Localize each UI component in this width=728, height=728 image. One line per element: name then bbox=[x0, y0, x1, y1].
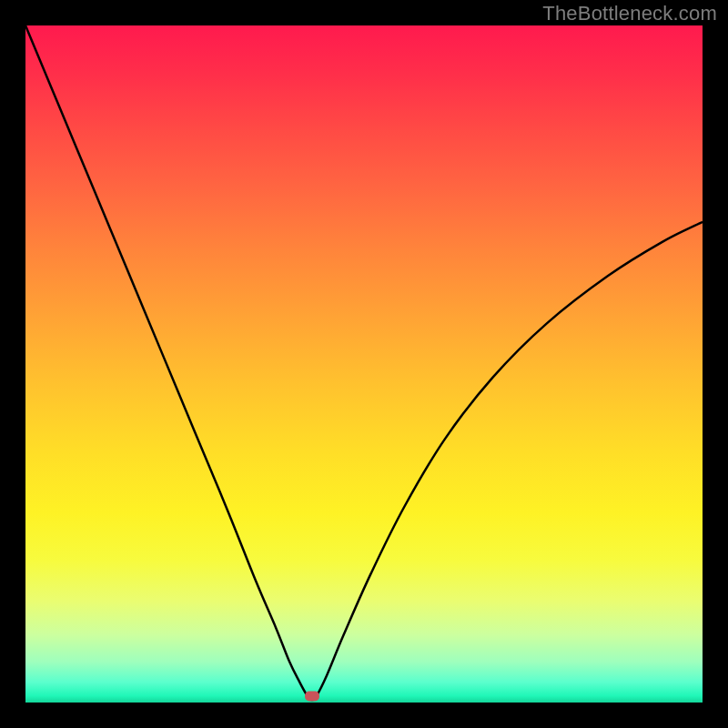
watermark-text: TheBottleneck.com bbox=[542, 2, 717, 25]
plot-area bbox=[25, 25, 703, 703]
chart-frame: TheBottleneck.com bbox=[0, 0, 728, 728]
bottleneck-curve bbox=[25, 25, 703, 703]
curve-path bbox=[25, 25, 703, 700]
minimum-marker bbox=[305, 691, 319, 701]
